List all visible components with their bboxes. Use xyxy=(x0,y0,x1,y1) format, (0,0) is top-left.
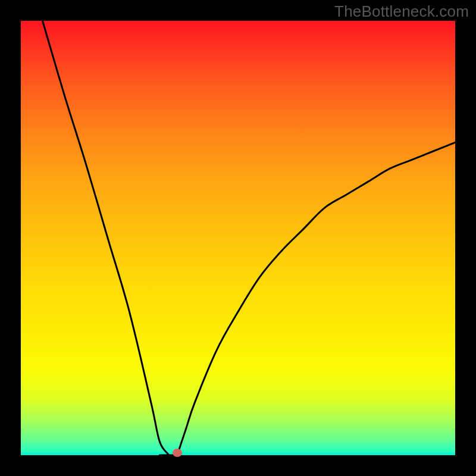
plot-area xyxy=(21,21,455,455)
chart-frame: TheBottleneck.com xyxy=(0,0,476,476)
minimum-marker xyxy=(173,449,182,457)
bottleneck-curve xyxy=(21,21,455,455)
watermark-text: TheBottleneck.com xyxy=(334,2,469,21)
